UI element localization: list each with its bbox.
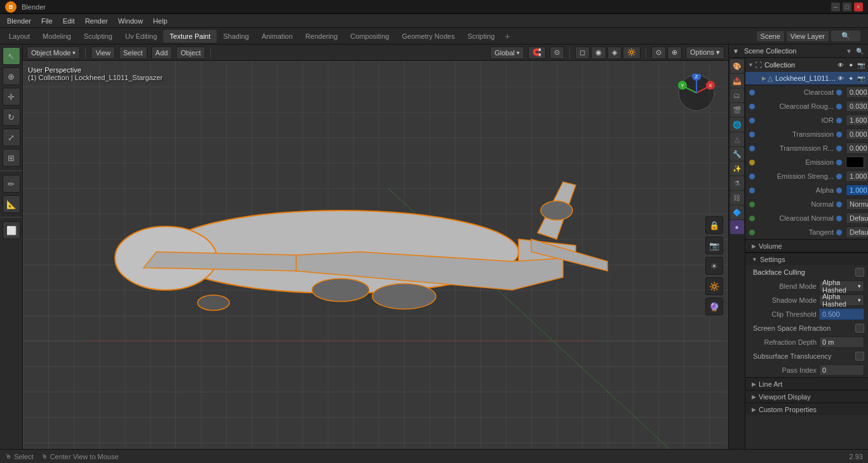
- transform-tool[interactable]: ⊞: [3, 149, 20, 167]
- options-button[interactable]: Options ▾: [686, 46, 724, 59]
- annotate-tool[interactable]: ✏: [3, 175, 20, 193]
- viewport-shading-render[interactable]: 🔆: [623, 46, 641, 59]
- normal-value[interactable]: Normal/Map: [846, 198, 868, 210]
- add-workspace-button[interactable]: +: [501, 30, 513, 43]
- collection-viewport-vis[interactable]: 👁: [836, 60, 845, 69]
- ior-driver[interactable]: [836, 118, 842, 123]
- proportional-edit[interactable]: ⊙: [550, 46, 564, 59]
- cursor-tool[interactable]: ⊕: [3, 67, 20, 85]
- view-render-btn[interactable]: 🔆: [705, 277, 723, 295]
- tab-uv-editing[interactable]: Uv Editing: [119, 30, 163, 43]
- tangent-dot[interactable]: [749, 230, 755, 235]
- transmission-driver[interactable]: [836, 132, 842, 137]
- tab-sculpting[interactable]: Sculpting: [78, 30, 119, 43]
- scene-selector[interactable]: Scene: [757, 31, 784, 41]
- view-mat-btn[interactable]: 🔮: [705, 298, 723, 315]
- output-props-icon[interactable]: 📤: [730, 74, 744, 88]
- ior-dot[interactable]: [749, 118, 755, 123]
- emission-strength-value[interactable]: 1.000: [846, 170, 868, 182]
- menu-file[interactable]: File: [37, 16, 57, 26]
- filter-btn[interactable]: ▼: [844, 46, 853, 55]
- add-cube-tool[interactable]: ⬜: [3, 221, 20, 239]
- tangent-driver[interactable]: [836, 230, 842, 235]
- clearcoat-normal-value[interactable]: Default: [846, 212, 868, 224]
- search-scene-btn[interactable]: 🔍: [855, 46, 864, 55]
- obj-render[interactable]: 📷: [857, 74, 865, 83]
- alpha-value[interactable]: 1.000: [846, 184, 868, 196]
- viewport-gizmo[interactable]: X Y Z: [677, 74, 715, 112]
- view-layer-props-icon[interactable]: 🗂: [730, 88, 744, 102]
- clearcoat-normal-driver[interactable]: [836, 216, 842, 221]
- collection-select[interactable]: ✦: [846, 60, 855, 69]
- emission-driver[interactable]: [836, 160, 842, 165]
- view-light-btn[interactable]: ☀: [705, 257, 723, 275]
- emission-strength-driver[interactable]: [836, 174, 842, 179]
- obj-select[interactable]: ✦: [846, 74, 855, 83]
- scale-tool[interactable]: ⤢: [3, 128, 20, 146]
- viewport-overlay-toggle[interactable]: ⊙: [651, 46, 666, 59]
- view-menu[interactable]: View: [91, 46, 115, 59]
- backface-checkbox[interactable]: [855, 268, 864, 277]
- normal-driver[interactable]: [836, 202, 842, 207]
- pass-index-value[interactable]: 0: [819, 364, 864, 376]
- view-lock-btn[interactable]: 🔒: [705, 216, 723, 234]
- ssr-checkbox[interactable]: [855, 324, 864, 333]
- blend-mode-dropdown[interactable]: Alpha Hashed ▾: [819, 280, 864, 292]
- emission-color[interactable]: [846, 156, 864, 168]
- menu-render[interactable]: Render: [81, 16, 112, 26]
- ior-value[interactable]: 1.600: [846, 114, 868, 126]
- constraint-props-icon[interactable]: ⛓: [730, 191, 744, 205]
- object-menu[interactable]: Object: [176, 46, 205, 59]
- tab-texture-paint[interactable]: Texture Paint: [163, 30, 217, 43]
- trans-rough-dot[interactable]: [749, 146, 755, 151]
- measure-tool[interactable]: 📐: [3, 195, 20, 213]
- tab-scripting[interactable]: Scripting: [461, 30, 501, 43]
- modifier-props-icon[interactable]: 🔧: [730, 147, 744, 161]
- rotate-tool[interactable]: ↻: [3, 108, 20, 126]
- viewport-shading-material[interactable]: ◈: [607, 46, 621, 59]
- tab-rendering[interactable]: Rendering: [299, 30, 344, 43]
- clearcoat-driver[interactable]: [836, 90, 842, 95]
- particle-props-icon[interactable]: ✨: [730, 162, 744, 176]
- emission-strength-dot[interactable]: [749, 174, 755, 179]
- tab-modeling[interactable]: Modeling: [36, 30, 78, 43]
- custom-props-header[interactable]: ▶ Custom Properties: [745, 403, 868, 415]
- render-props-icon[interactable]: 🎨: [730, 59, 744, 73]
- tab-animation[interactable]: Animation: [255, 30, 299, 43]
- tab-layout[interactable]: Layout: [3, 30, 36, 43]
- maximize-button[interactable]: □: [843, 3, 851, 11]
- clearcoat-rough-driver[interactable]: [836, 104, 842, 109]
- tab-compositing[interactable]: Compositing: [344, 30, 395, 43]
- clearcoat-rough-value[interactable]: 0.030: [846, 100, 868, 112]
- clearcoat-normal-dot[interactable]: [749, 216, 755, 221]
- view-layer-selector[interactable]: View Layer: [787, 31, 829, 41]
- menu-blender[interactable]: Blender: [3, 16, 36, 26]
- viewport-display-header[interactable]: ▶ Viewport Display: [745, 390, 868, 403]
- obj-viewport-vis[interactable]: 👁: [836, 74, 845, 83]
- select-tool[interactable]: ↖: [3, 47, 20, 65]
- clearcoat-dot[interactable]: [749, 90, 755, 95]
- tab-shading[interactable]: Shading: [217, 30, 255, 43]
- transmission-dot[interactable]: [749, 132, 755, 137]
- settings-header[interactable]: ▼ Settings: [745, 252, 868, 265]
- line-art-section-header[interactable]: ▶ Line Art: [745, 377, 868, 390]
- refraction-depth-value[interactable]: 0 m: [819, 336, 864, 348]
- tangent-value[interactable]: Default: [846, 226, 868, 238]
- close-button[interactable]: ✕: [854, 3, 863, 11]
- object-props-icon[interactable]: △: [730, 132, 744, 146]
- transform-orientation[interactable]: Global▾: [490, 46, 524, 59]
- object-data-props-icon[interactable]: 🔷: [730, 205, 744, 219]
- snap-toggle[interactable]: 🧲: [528, 46, 546, 59]
- sst-checkbox[interactable]: [855, 352, 864, 361]
- emission-dot[interactable]: [749, 160, 755, 165]
- alpha-dot[interactable]: [749, 188, 755, 193]
- alpha-driver[interactable]: [836, 188, 842, 193]
- trans-rough-value[interactable]: 0.000: [846, 142, 868, 154]
- add-menu[interactable]: Add: [151, 46, 173, 59]
- viewport-shading-wire[interactable]: ◻: [575, 46, 590, 59]
- menu-help[interactable]: Help: [149, 16, 172, 26]
- collection-render[interactable]: 📷: [857, 60, 865, 69]
- clearcoat-rough-dot[interactable]: [749, 104, 755, 109]
- menu-edit[interactable]: Edit: [58, 16, 79, 26]
- move-tool[interactable]: ✛: [3, 88, 20, 106]
